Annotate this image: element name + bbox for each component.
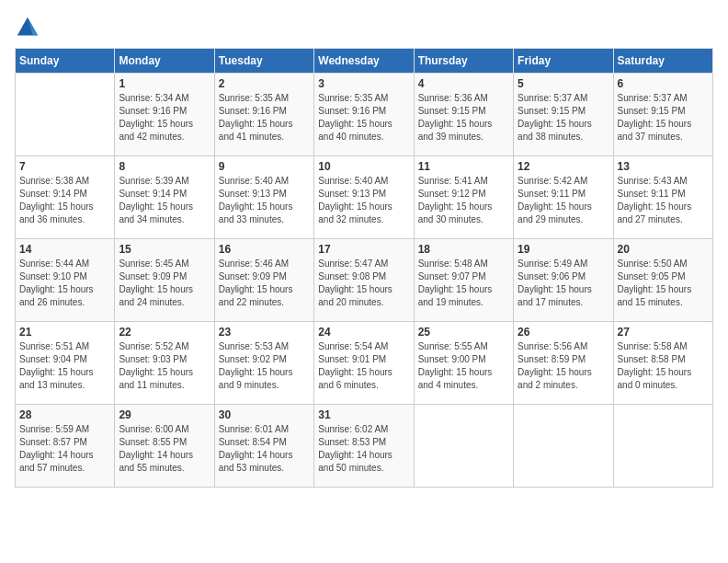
calendar-table: SundayMondayTuesdayWednesdayThursdayFrid… — [15, 48, 713, 488]
day-number: 26 — [518, 326, 609, 339]
calendar-cell: 1Sunrise: 5:34 AMSunset: 9:16 PMDaylight… — [115, 74, 214, 156]
calendar-cell — [16, 74, 115, 156]
day-number: 28 — [19, 408, 110, 421]
weekday-header-tuesday: Tuesday — [214, 49, 313, 74]
calendar-cell: 7Sunrise: 5:38 AMSunset: 9:14 PMDaylight… — [16, 156, 115, 239]
day-number: 31 — [318, 408, 409, 421]
day-info: Sunrise: 6:00 AMSunset: 8:55 PMDaylight:… — [119, 423, 210, 475]
day-number: 1 — [119, 77, 210, 90]
day-number: 4 — [418, 77, 509, 90]
day-number: 8 — [119, 160, 210, 173]
day-number: 29 — [119, 408, 210, 421]
day-info: Sunrise: 5:51 AMSunset: 9:04 PMDaylight:… — [19, 340, 110, 392]
calendar-cell: 4Sunrise: 5:36 AMSunset: 9:15 PMDaylight… — [414, 74, 513, 156]
calendar-cell: 22Sunrise: 5:52 AMSunset: 9:03 PMDayligh… — [115, 322, 214, 405]
calendar-cell: 11Sunrise: 5:41 AMSunset: 9:12 PMDayligh… — [414, 156, 513, 239]
day-info: Sunrise: 5:44 AMSunset: 9:10 PMDaylight:… — [19, 258, 110, 309]
weekday-header-wednesday: Wednesday — [314, 49, 414, 74]
week-row-3: 14Sunrise: 5:44 AMSunset: 9:10 PMDayligh… — [16, 239, 713, 322]
logo-icon — [15, 15, 40, 40]
calendar-cell: 20Sunrise: 5:50 AMSunset: 9:05 PMDayligh… — [613, 239, 712, 322]
day-number: 16 — [219, 243, 310, 256]
day-number: 11 — [418, 160, 509, 173]
week-row-4: 21Sunrise: 5:51 AMSunset: 9:04 PMDayligh… — [16, 322, 713, 405]
day-number: 3 — [318, 77, 409, 90]
logo — [15, 15, 44, 40]
day-number: 18 — [418, 243, 509, 256]
calendar-cell: 31Sunrise: 6:02 AMSunset: 8:53 PMDayligh… — [314, 405, 414, 488]
day-number: 27 — [618, 326, 709, 339]
day-info: Sunrise: 5:49 AMSunset: 9:06 PMDaylight:… — [518, 258, 609, 309]
calendar-cell: 23Sunrise: 5:53 AMSunset: 9:02 PMDayligh… — [214, 322, 313, 405]
day-info: Sunrise: 5:37 AMSunset: 9:15 PMDaylight:… — [518, 92, 609, 144]
day-info: Sunrise: 5:41 AMSunset: 9:12 PMDaylight:… — [418, 175, 509, 226]
day-info: Sunrise: 5:34 AMSunset: 9:16 PMDaylight:… — [119, 92, 210, 144]
day-number: 22 — [119, 326, 210, 339]
day-info: Sunrise: 5:58 AMSunset: 8:58 PMDaylight:… — [618, 340, 709, 392]
day-info: Sunrise: 5:42 AMSunset: 9:11 PMDaylight:… — [518, 175, 609, 226]
day-info: Sunrise: 5:54 AMSunset: 9:01 PMDaylight:… — [318, 340, 409, 392]
day-info: Sunrise: 5:59 AMSunset: 8:57 PMDaylight:… — [19, 423, 110, 475]
weekday-header-friday: Friday — [514, 49, 613, 74]
day-number: 12 — [518, 160, 609, 173]
calendar-cell: 9Sunrise: 5:40 AMSunset: 9:13 PMDaylight… — [214, 156, 313, 239]
day-info: Sunrise: 5:38 AMSunset: 9:14 PMDaylight:… — [19, 175, 110, 226]
day-number: 13 — [618, 160, 709, 173]
day-info: Sunrise: 5:50 AMSunset: 9:05 PMDaylight:… — [618, 258, 709, 309]
calendar-cell: 15Sunrise: 5:45 AMSunset: 9:09 PMDayligh… — [115, 239, 214, 322]
calendar-cell: 17Sunrise: 5:47 AMSunset: 9:08 PMDayligh… — [314, 239, 414, 322]
day-number: 24 — [318, 326, 409, 339]
day-number: 2 — [219, 77, 310, 90]
day-info: Sunrise: 5:39 AMSunset: 9:14 PMDaylight:… — [119, 175, 210, 226]
day-number: 5 — [518, 77, 609, 90]
calendar-cell: 10Sunrise: 5:40 AMSunset: 9:13 PMDayligh… — [314, 156, 414, 239]
day-number: 15 — [119, 243, 210, 256]
day-info: Sunrise: 5:52 AMSunset: 9:03 PMDaylight:… — [119, 340, 210, 392]
calendar-cell: 29Sunrise: 6:00 AMSunset: 8:55 PMDayligh… — [115, 405, 214, 488]
calendar-cell: 5Sunrise: 5:37 AMSunset: 9:15 PMDaylight… — [514, 74, 613, 156]
weekday-header-row: SundayMondayTuesdayWednesdayThursdayFrid… — [16, 49, 713, 74]
day-number: 9 — [219, 160, 310, 173]
calendar-cell — [514, 405, 613, 488]
day-number: 6 — [618, 77, 709, 90]
calendar-cell: 8Sunrise: 5:39 AMSunset: 9:14 PMDaylight… — [115, 156, 214, 239]
day-number: 20 — [618, 243, 709, 256]
calendar-cell: 12Sunrise: 5:42 AMSunset: 9:11 PMDayligh… — [514, 156, 613, 239]
day-info: Sunrise: 5:40 AMSunset: 9:13 PMDaylight:… — [219, 175, 310, 226]
calendar-cell: 25Sunrise: 5:55 AMSunset: 9:00 PMDayligh… — [414, 322, 513, 405]
day-number: 10 — [318, 160, 409, 173]
calendar-cell: 3Sunrise: 5:35 AMSunset: 9:16 PMDaylight… — [314, 74, 414, 156]
weekday-header-saturday: Saturday — [613, 49, 712, 74]
calendar-cell: 16Sunrise: 5:46 AMSunset: 9:09 PMDayligh… — [214, 239, 313, 322]
day-info: Sunrise: 5:35 AMSunset: 9:16 PMDaylight:… — [219, 92, 310, 144]
day-number: 30 — [219, 408, 310, 421]
day-info: Sunrise: 6:02 AMSunset: 8:53 PMDaylight:… — [318, 423, 409, 475]
day-info: Sunrise: 5:56 AMSunset: 8:59 PMDaylight:… — [518, 340, 609, 392]
day-number: 21 — [19, 326, 110, 339]
calendar-cell: 26Sunrise: 5:56 AMSunset: 8:59 PMDayligh… — [514, 322, 613, 405]
day-info: Sunrise: 5:45 AMSunset: 9:09 PMDaylight:… — [119, 258, 210, 309]
calendar-cell — [414, 405, 513, 488]
day-info: Sunrise: 5:36 AMSunset: 9:15 PMDaylight:… — [418, 92, 509, 144]
day-info: Sunrise: 5:53 AMSunset: 9:02 PMDaylight:… — [219, 340, 310, 392]
day-info: Sunrise: 5:47 AMSunset: 9:08 PMDaylight:… — [318, 258, 409, 309]
weekday-header-monday: Monday — [115, 49, 214, 74]
day-info: Sunrise: 5:40 AMSunset: 9:13 PMDaylight:… — [318, 175, 409, 226]
header — [15, 15, 713, 40]
day-number: 7 — [19, 160, 110, 173]
calendar-cell: 21Sunrise: 5:51 AMSunset: 9:04 PMDayligh… — [16, 322, 115, 405]
day-info: Sunrise: 5:48 AMSunset: 9:07 PMDaylight:… — [418, 258, 509, 309]
calendar-cell: 2Sunrise: 5:35 AMSunset: 9:16 PMDaylight… — [214, 74, 313, 156]
weekday-header-thursday: Thursday — [414, 49, 513, 74]
calendar-cell: 18Sunrise: 5:48 AMSunset: 9:07 PMDayligh… — [414, 239, 513, 322]
week-row-5: 28Sunrise: 5:59 AMSunset: 8:57 PMDayligh… — [16, 405, 713, 488]
day-info: Sunrise: 5:55 AMSunset: 9:00 PMDaylight:… — [418, 340, 509, 392]
calendar-cell: 19Sunrise: 5:49 AMSunset: 9:06 PMDayligh… — [514, 239, 613, 322]
day-info: Sunrise: 5:46 AMSunset: 9:09 PMDaylight:… — [219, 258, 310, 309]
calendar-cell: 14Sunrise: 5:44 AMSunset: 9:10 PMDayligh… — [16, 239, 115, 322]
day-info: Sunrise: 5:43 AMSunset: 9:11 PMDaylight:… — [618, 175, 709, 226]
day-info: Sunrise: 6:01 AMSunset: 8:54 PMDaylight:… — [219, 423, 310, 475]
day-info: Sunrise: 5:35 AMSunset: 9:16 PMDaylight:… — [318, 92, 409, 144]
calendar-cell — [613, 405, 712, 488]
day-number: 14 — [19, 243, 110, 256]
